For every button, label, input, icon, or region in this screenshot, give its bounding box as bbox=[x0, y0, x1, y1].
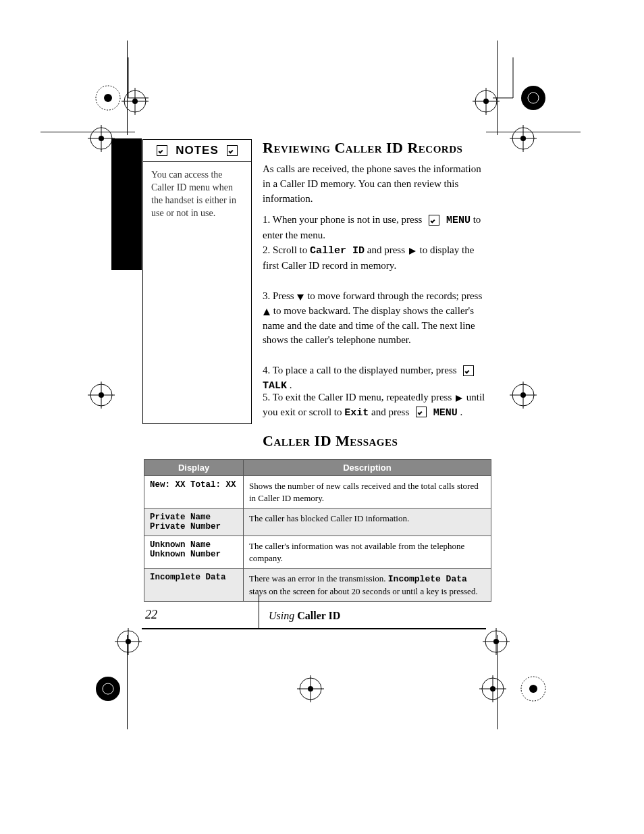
review-step-1: 1. When your phone is not in use, press … bbox=[263, 213, 485, 243]
cell-description: Shows the number of new calls received a… bbox=[244, 476, 491, 509]
page-number: 22 bbox=[145, 608, 157, 622]
svg-point-27 bbox=[99, 392, 104, 398]
check-icon bbox=[463, 365, 474, 376]
svg-marker-55 bbox=[456, 395, 462, 402]
cell-display: Unknown Name Unknown Number bbox=[144, 536, 244, 569]
svg-point-11 bbox=[483, 99, 489, 104]
svg-point-7 bbox=[132, 99, 138, 104]
svg-point-51 bbox=[529, 685, 537, 693]
footer-rule bbox=[142, 628, 486, 629]
notes-heading: NOTES bbox=[143, 140, 251, 162]
menu-exit-label: Exit bbox=[344, 407, 369, 419]
heading-reviewing: Reviewing Caller ID Records bbox=[263, 139, 462, 157]
nav-right-icon bbox=[454, 394, 464, 402]
check-icon bbox=[227, 145, 238, 156]
notes-box: NOTES You can access the Caller ID menu … bbox=[142, 139, 252, 424]
svg-point-39 bbox=[308, 686, 313, 692]
svg-marker-52 bbox=[409, 248, 416, 255]
vertical-crop-line bbox=[127, 41, 128, 135]
check-icon bbox=[416, 407, 427, 417]
crop-mark-icon bbox=[506, 662, 560, 716]
cell-description: The caller's information was not availab… bbox=[244, 536, 491, 569]
table-row: New: XX Total: XX Shows the number of ne… bbox=[144, 476, 491, 509]
heading-messages: Caller ID Messages bbox=[263, 432, 398, 450]
svg-point-49 bbox=[490, 686, 495, 692]
svg-point-44 bbox=[96, 677, 120, 701]
table-header-description: Description bbox=[244, 460, 491, 476]
horizontal-crop-line bbox=[41, 132, 135, 132]
nav-down-icon bbox=[296, 293, 304, 301]
crop-mark-icon bbox=[503, 118, 543, 159]
cell-display: Private Name Private Number bbox=[144, 509, 244, 536]
review-paragraph: As calls are received, the phone saves t… bbox=[263, 162, 485, 206]
notes-heading-text: NOTES bbox=[176, 144, 219, 157]
cell-display: New: XX Total: XX bbox=[144, 476, 244, 509]
footer-text: Using Caller ID bbox=[269, 610, 340, 622]
check-icon bbox=[429, 215, 439, 226]
svg-marker-54 bbox=[263, 309, 270, 315]
svg-point-12 bbox=[521, 86, 545, 110]
section-tab bbox=[111, 138, 142, 270]
svg-marker-53 bbox=[297, 294, 304, 301]
cell-description: The caller has blocked Caller ID informa… bbox=[244, 509, 491, 536]
crop-mark-icon bbox=[503, 375, 543, 415]
cell-description: There was an error in the transmission. … bbox=[244, 569, 491, 602]
crop-mark-icon bbox=[81, 375, 122, 415]
menu-label: MENU bbox=[433, 407, 458, 419]
cell-display: Incomplete Data bbox=[144, 569, 244, 602]
crop-mark-icon bbox=[476, 621, 516, 662]
vertical-crop-line bbox=[497, 41, 498, 135]
callerid-messages-table: Display Description New: XX Total: XX Sh… bbox=[144, 459, 491, 602]
svg-point-19 bbox=[99, 136, 104, 141]
footer-divider bbox=[259, 594, 259, 628]
crop-mark-icon bbox=[290, 669, 331, 709]
table-row: Incomplete Data There was an error in th… bbox=[144, 569, 491, 602]
table-row: Unknown Name Unknown Number The caller's… bbox=[144, 536, 491, 569]
svg-point-23 bbox=[520, 136, 526, 141]
vertical-crop-line bbox=[127, 635, 128, 729]
svg-point-1 bbox=[104, 94, 112, 102]
svg-point-43 bbox=[493, 639, 499, 644]
cell-mono: Incomplete Data bbox=[388, 574, 467, 584]
menu-callerid-label: Caller ID bbox=[310, 245, 365, 257]
review-step-5: 5. To exit the Caller ID menu, repeatedl… bbox=[263, 390, 485, 421]
nav-right-icon bbox=[408, 247, 417, 255]
review-step-3: 3. Press to move forward through the rec… bbox=[263, 289, 485, 348]
menu-label: MENU bbox=[446, 215, 471, 226]
crop-mark-icon bbox=[466, 81, 506, 122]
notes-body: You can access the Caller ID menu when t… bbox=[143, 162, 251, 227]
crop-mark-icon bbox=[108, 621, 149, 662]
nav-up-icon bbox=[263, 308, 271, 316]
vertical-crop-line bbox=[497, 635, 498, 729]
crop-mark-icon bbox=[115, 81, 155, 122]
check-icon bbox=[157, 145, 167, 156]
table-row: Private Name Private Number The caller h… bbox=[144, 509, 491, 536]
review-step-4: 4. To place a call to the displayed numb… bbox=[263, 363, 485, 394]
svg-point-31 bbox=[520, 392, 526, 398]
horizontal-crop-line bbox=[486, 132, 581, 132]
table-header-display: Display bbox=[144, 460, 244, 476]
review-step-2: 2. Scroll to Caller ID and press to disp… bbox=[263, 243, 485, 273]
